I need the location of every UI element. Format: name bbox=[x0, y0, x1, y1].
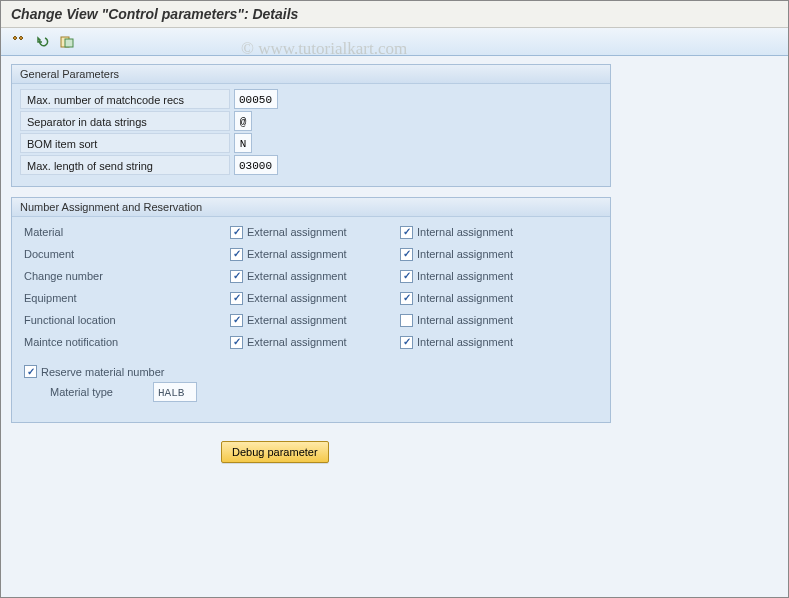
internal-assignment-label: Internal assignment bbox=[417, 226, 513, 238]
param-row: BOM item sortN bbox=[20, 132, 602, 154]
undo-icon[interactable] bbox=[33, 33, 53, 51]
external-assignment-wrap: ✓External assignment bbox=[230, 248, 400, 261]
assignment-label: Equipment bbox=[20, 292, 230, 304]
internal-assignment-checkbox[interactable]: ✓ bbox=[400, 226, 413, 239]
external-assignment-checkbox[interactable]: ✓ bbox=[230, 336, 243, 349]
param-field[interactable]: 00050 bbox=[234, 89, 278, 109]
param-field[interactable]: @ bbox=[234, 111, 252, 131]
reserve-material-checkbox[interactable]: ✓ bbox=[24, 365, 37, 378]
internal-assignment-wrap: ✓Internal assignment bbox=[400, 336, 570, 349]
internal-assignment-label: Internal assignment bbox=[417, 314, 513, 326]
external-assignment-label: External assignment bbox=[247, 248, 347, 260]
internal-assignment-label: Internal assignment bbox=[417, 270, 513, 282]
number-assignment-title: Number Assignment and Reservation bbox=[12, 198, 610, 217]
internal-assignment-wrap: ✓Internal assignment bbox=[400, 248, 570, 261]
content-area: General Parameters Max. number of matchc… bbox=[1, 56, 788, 598]
external-assignment-wrap: ✓External assignment bbox=[230, 314, 400, 327]
param-field[interactable]: N bbox=[234, 133, 252, 153]
external-assignment-wrap: ✓External assignment bbox=[230, 292, 400, 305]
external-assignment-label: External assignment bbox=[247, 314, 347, 326]
param-row: Max. length of send string03000 bbox=[20, 154, 602, 176]
assignment-row: Maintce notification✓External assignment… bbox=[20, 331, 602, 353]
number-assignment-group: Number Assignment and Reservation Materi… bbox=[11, 197, 611, 423]
assignment-row: Material✓External assignment✓Internal as… bbox=[20, 221, 602, 243]
assignment-label: Material bbox=[20, 226, 230, 238]
internal-assignment-label: Internal assignment bbox=[417, 292, 513, 304]
internal-assignment-checkbox[interactable]: ✓ bbox=[400, 336, 413, 349]
general-parameters-title: General Parameters bbox=[12, 65, 610, 84]
external-assignment-checkbox[interactable]: ✓ bbox=[230, 270, 243, 283]
reserve-material-row: ✓ Reserve material number bbox=[20, 365, 602, 378]
param-row: Separator in data strings@ bbox=[20, 110, 602, 132]
internal-assignment-checkbox[interactable]: ✓ bbox=[400, 248, 413, 261]
param-label: Max. number of matchcode recs bbox=[20, 89, 230, 109]
assignment-row: Change number✓External assignment✓Intern… bbox=[20, 265, 602, 287]
external-assignment-checkbox[interactable]: ✓ bbox=[230, 292, 243, 305]
material-type-field[interactable]: HALB bbox=[153, 382, 197, 402]
assignment-row: Equipment✓External assignment✓Internal a… bbox=[20, 287, 602, 309]
external-assignment-wrap: ✓External assignment bbox=[230, 226, 400, 239]
toolbar bbox=[1, 28, 788, 56]
internal-assignment-label: Internal assignment bbox=[417, 336, 513, 348]
param-field[interactable]: 03000 bbox=[234, 155, 278, 175]
assignment-row: Functional location✓External assignmentI… bbox=[20, 309, 602, 331]
general-parameters-group: General Parameters Max. number of matchc… bbox=[11, 64, 611, 187]
assignment-label: Maintce notification bbox=[20, 336, 230, 348]
internal-assignment-checkbox[interactable]: ✓ bbox=[400, 270, 413, 283]
change-log-icon[interactable] bbox=[57, 33, 77, 51]
internal-assignment-wrap: Internal assignment bbox=[400, 314, 570, 327]
debug-row: Debug parameter bbox=[221, 441, 778, 463]
material-type-row: Material type HALB bbox=[20, 382, 602, 402]
pencil-icon[interactable] bbox=[9, 33, 29, 51]
internal-assignment-wrap: ✓Internal assignment bbox=[400, 226, 570, 239]
external-assignment-checkbox[interactable]: ✓ bbox=[230, 314, 243, 327]
internal-assignment-label: Internal assignment bbox=[417, 248, 513, 260]
internal-assignment-checkbox[interactable] bbox=[400, 314, 413, 327]
param-label: BOM item sort bbox=[20, 133, 230, 153]
external-assignment-label: External assignment bbox=[247, 292, 347, 304]
param-label: Separator in data strings bbox=[20, 111, 230, 131]
param-row: Max. number of matchcode recs00050 bbox=[20, 88, 602, 110]
internal-assignment-wrap: ✓Internal assignment bbox=[400, 270, 570, 283]
internal-assignment-wrap: ✓Internal assignment bbox=[400, 292, 570, 305]
external-assignment-label: External assignment bbox=[247, 336, 347, 348]
material-type-label: Material type bbox=[50, 386, 145, 398]
external-assignment-checkbox[interactable]: ✓ bbox=[230, 248, 243, 261]
external-assignment-label: External assignment bbox=[247, 270, 347, 282]
external-assignment-label: External assignment bbox=[247, 226, 347, 238]
assignment-label: Document bbox=[20, 248, 230, 260]
external-assignment-checkbox[interactable]: ✓ bbox=[230, 226, 243, 239]
external-assignment-wrap: ✓External assignment bbox=[230, 336, 400, 349]
debug-parameter-button[interactable]: Debug parameter bbox=[221, 441, 329, 463]
external-assignment-wrap: ✓External assignment bbox=[230, 270, 400, 283]
reserve-material-label: Reserve material number bbox=[41, 366, 165, 378]
param-label: Max. length of send string bbox=[20, 155, 230, 175]
page-title: Change View "Control parameters": Detail… bbox=[1, 1, 788, 28]
internal-assignment-checkbox[interactable]: ✓ bbox=[400, 292, 413, 305]
assignment-label: Functional location bbox=[20, 314, 230, 326]
assignment-label: Change number bbox=[20, 270, 230, 282]
assignment-row: Document✓External assignment✓Internal as… bbox=[20, 243, 602, 265]
svg-rect-1 bbox=[65, 39, 73, 47]
